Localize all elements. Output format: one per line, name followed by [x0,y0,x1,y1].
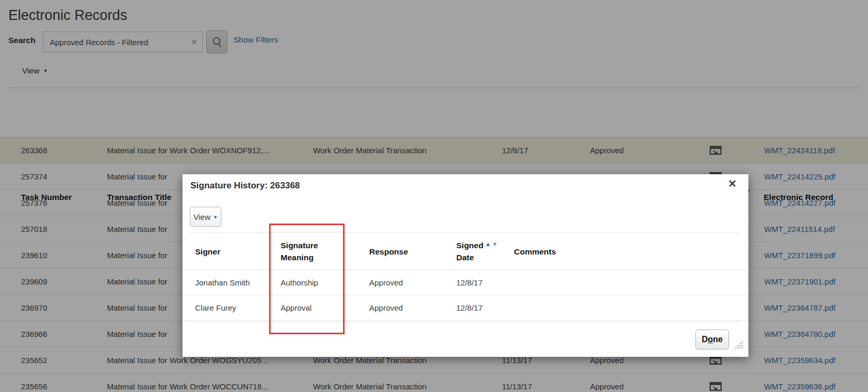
dialog-table-row[interactable]: Jonathan Smith Authorship Approved 12/8/… [183,270,748,295]
sort-ascending-icon[interactable]: ▲ [485,241,492,247]
dialog-table-row[interactable]: Clare Furey Approval Approved 12/8/17 [183,295,748,321]
chevron-down-icon: ▼ [213,215,218,220]
signer-cell: Clare Furey [195,295,236,321]
signed-date-cell: 12/8/17 [456,270,483,295]
signature-meaning-cell: Approval [281,295,312,321]
signature-meaning-cell: Authorship [281,270,318,295]
response-cell: Approved [369,295,403,321]
resize-grip-icon[interactable] [734,340,744,349]
signer-cell: Jonathan Smith [195,270,250,295]
signed-date-cell: 12/8/17 [456,295,483,321]
sort-controls: ▲▼ [485,241,499,247]
done-button[interactable]: Done [695,330,729,349]
signature-history-dialog: Signature History: 263368 ✕ View▼ Signer… [183,174,748,357]
dialog-view-menu-button[interactable]: View▼ [190,207,221,227]
column-header-comments[interactable]: Comments [514,246,556,258]
column-header-response[interactable]: Response [369,246,408,258]
response-cell: Approved [369,270,403,295]
column-header-signature-meaning[interactable]: Signature Meaning [281,239,338,263]
dialog-title: Signature History: 263368 [190,181,300,191]
dialog-table-header: Signer Signature Meaning Response Signed… [183,232,748,270]
dialog-table-bottom-border [190,321,740,322]
dialog-view-label: View [194,213,210,221]
column-header-signer[interactable]: Signer [195,246,220,258]
close-icon[interactable]: ✕ [728,177,737,190]
sort-descending-icon[interactable]: ▼ [492,241,499,247]
